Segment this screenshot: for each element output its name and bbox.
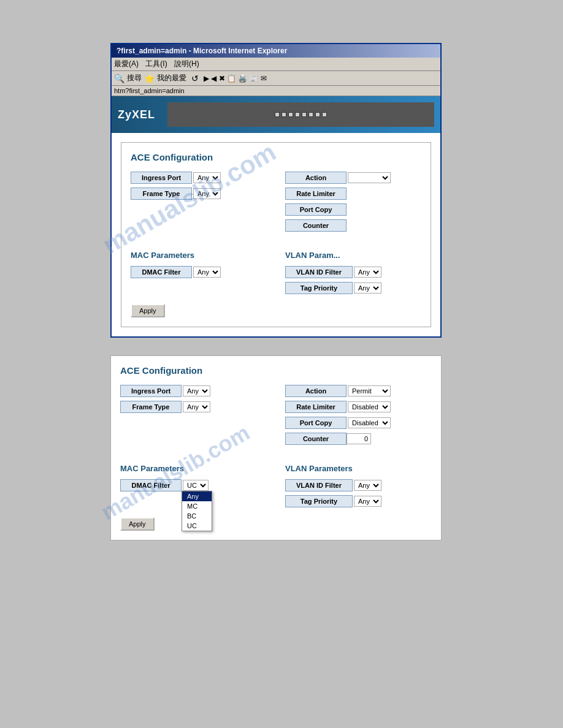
bottom-vlan-id-filter-select[interactable]: Any	[354, 480, 381, 491]
frame-type-row: Frame Type Any	[131, 188, 267, 200]
zyxel-header: ZyXEL	[112, 96, 440, 133]
menu-tools[interactable]: 工具(I)	[145, 59, 167, 68]
bottom-frame-type-label: Frame Type	[120, 401, 182, 413]
bottom-sections: MAC Parameters DMAC Filter Any VLAN Para…	[131, 241, 421, 298]
port-icon	[308, 112, 313, 117]
tag-priority-select[interactable]: Any	[354, 282, 381, 294]
action-label: Action	[285, 172, 347, 184]
bottom-dmac-filter-select[interactable]: UC	[183, 480, 209, 491]
bottom-ingress-port-row: Ingress Port Any	[120, 385, 267, 397]
rate-limiter-label: Rate Limiter	[285, 188, 347, 200]
top-ace-grid: Ingress Port Any Frame Type Any	[131, 172, 421, 235]
bottom-rate-limiter-label: Rate Limiter	[285, 401, 347, 413]
dmac-filter-label: DMAC Filter	[131, 266, 192, 278]
bottom-port-copy-select[interactable]: Disabled	[348, 417, 391, 428]
zyxel-logo: ZyXEL	[118, 108, 155, 121]
tag-priority-label: Tag Priority	[285, 282, 353, 294]
bottom-ingress-port-label: Ingress Port	[120, 385, 182, 397]
action-select[interactable]	[348, 172, 391, 183]
ie-addressbar: htm?first_admin=admin	[112, 86, 440, 96]
bottom-ace-left: Ingress Port Any Frame Type Any	[120, 385, 267, 449]
port-copy-label: Port Copy	[285, 203, 347, 216]
top-apply-button[interactable]: Apply	[131, 304, 165, 317]
dmac-option-bc[interactable]: BC	[182, 511, 212, 521]
ie-menubar: 最愛(A) 工具(I) 說明(H)	[112, 58, 440, 71]
favorites-label: 我的最愛	[157, 73, 186, 83]
vlan-id-filter-label: VLAN ID Filter	[285, 266, 353, 278]
dmac-option-mc[interactable]: MC	[182, 501, 212, 511]
tag-priority-row: Tag Priority Any	[285, 282, 421, 294]
ie-title: ?first_admin=admin - Microsoft Internet …	[117, 47, 287, 55]
bottom-action-label: Action	[285, 385, 347, 397]
bottom-vlan-id-filter-label: VLAN ID Filter	[285, 479, 353, 491]
vlan-section: VLAN Param... VLAN ID Filter Any Tag Pri…	[285, 241, 421, 298]
mac-section: MAC Parameters DMAC Filter Any	[131, 241, 267, 298]
top-ace-left: Ingress Port Any Frame Type Any	[131, 172, 267, 235]
dmac-filter-select[interactable]: Any	[193, 267, 221, 278]
menu-help[interactable]: 說明(H)	[174, 59, 199, 68]
bottom-frame-type-row: Frame Type Any	[120, 401, 267, 413]
dmac-option-uc[interactable]: UC	[182, 521, 212, 531]
vlan-id-filter-select[interactable]: Any	[354, 267, 381, 278]
bottom-ingress-port-select[interactable]: Any	[183, 385, 210, 396]
bottom-frame-type-select[interactable]: Any	[183, 401, 210, 412]
search-label: 搜尋	[127, 73, 142, 83]
frame-type-select[interactable]: Any	[193, 188, 221, 199]
search-icon: 🔍	[114, 74, 124, 83]
counter-row: Counter	[285, 219, 421, 232]
top-ace-panel: ACE Configuration Ingress Port Any Frame…	[121, 142, 431, 327]
ingress-port-select[interactable]: Any	[193, 172, 221, 183]
counter-label: Counter	[285, 219, 347, 232]
bottom-sections-row: MAC Parameters DMAC Filter UC Any MC BC …	[120, 455, 432, 511]
main-container: ?first_admin=admin - Microsoft Internet …	[0, 0, 563, 728]
ingress-port-label: Ingress Port	[131, 172, 192, 184]
mac-params-title: MAC Parameters	[131, 251, 267, 260]
bottom-port-copy-label: Port Copy	[285, 417, 347, 429]
bottom-apply-button[interactable]: Apply	[120, 517, 155, 531]
frame-type-label: Frame Type	[131, 188, 192, 200]
rate-limiter-row: Rate Limiter	[285, 188, 421, 200]
bottom-mac-params-title: MAC Parameters	[120, 464, 267, 473]
ie-window: ?first_admin=admin - Microsoft Internet …	[110, 43, 442, 338]
bottom-counter-value: 0	[347, 433, 371, 444]
vlan-params-title: VLAN Param...	[285, 251, 421, 260]
port-icon	[288, 112, 293, 117]
address-text[interactable]: htm?first_admin=admin	[114, 87, 185, 94]
bottom-tag-priority-row: Tag Priority Any	[285, 495, 432, 507]
port-icon	[275, 112, 280, 117]
bottom-vlan-section: VLAN Parameters VLAN ID Filter Any Tag P…	[285, 455, 432, 511]
dmac-select-wrapper: UC Any MC BC UC	[182, 480, 209, 491]
device-image	[167, 102, 434, 127]
port-icon	[322, 112, 327, 117]
port-icon	[302, 112, 307, 117]
bottom-action-row: Action Permit Deny	[285, 385, 432, 397]
bottom-counter-label: Counter	[285, 433, 347, 445]
bottom-vlan-params-title: VLAN Parameters	[285, 464, 432, 473]
bottom-counter-row: Counter 0	[285, 433, 432, 445]
bottom-dmac-filter-row: DMAC Filter UC Any MC BC UC	[120, 479, 267, 491]
ingress-port-row: Ingress Port Any	[131, 172, 267, 184]
bottom-ace-wrapper: ACE Configuration Ingress Port Any Frame…	[110, 355, 442, 540]
star-icon: ⭐	[144, 74, 155, 83]
ie-content: ZyXEL	[112, 96, 440, 336]
bottom-vlan-id-filter-row: VLAN ID Filter Any	[285, 479, 432, 491]
port-icon	[282, 112, 286, 117]
bottom-tag-priority-select[interactable]: Any	[354, 496, 381, 507]
bottom-mac-section: MAC Parameters DMAC Filter UC Any MC BC …	[120, 455, 267, 511]
action-row: Action Disabled 1 2 3 4 5	[285, 172, 421, 184]
nav-icons: ▶ ◀ ✖ 📋 🖨️ 📰 ✉	[204, 74, 267, 83]
bottom-rate-limiter-select[interactable]: Disabled	[348, 401, 391, 412]
bottom-tag-priority-label: Tag Priority	[285, 495, 353, 507]
top-ace-title: ACE Configuration	[131, 152, 421, 162]
bottom-rate-limiter-row: Rate Limiter Disabled	[285, 401, 432, 413]
bottom-dmac-filter-label: DMAC Filter	[120, 479, 182, 491]
dmac-option-any[interactable]: Any	[182, 491, 212, 501]
bottom-action-select[interactable]: Permit Deny	[348, 385, 391, 396]
refresh-icon[interactable]: ↺	[191, 74, 199, 83]
bottom-ace-right: Action Permit Deny Rate Limiter Disabled…	[285, 385, 432, 449]
dmac-dropdown-open: Any MC BC UC	[182, 491, 212, 531]
menu-favorites[interactable]: 最愛(A)	[114, 59, 139, 68]
vlan-id-filter-row: VLAN ID Filter Any	[285, 266, 421, 278]
bottom-port-copy-row: Port Copy Disabled	[285, 417, 432, 429]
ie-toolbar: 🔍 搜尋 ⭐ 我的最愛 ↺ ▶ ◀ ✖ 📋 🖨️ 📰 ✉	[112, 71, 440, 86]
